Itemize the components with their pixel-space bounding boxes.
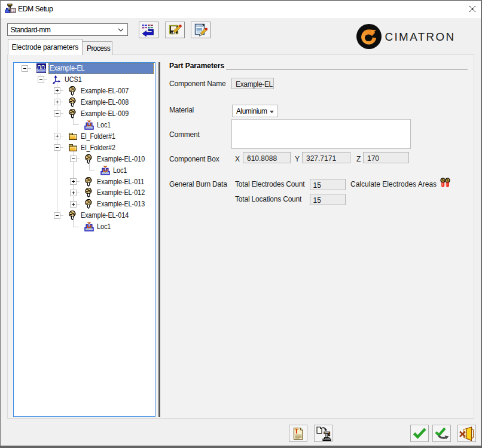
svg-text:CIMATRON: CIMATRON xyxy=(385,31,456,43)
